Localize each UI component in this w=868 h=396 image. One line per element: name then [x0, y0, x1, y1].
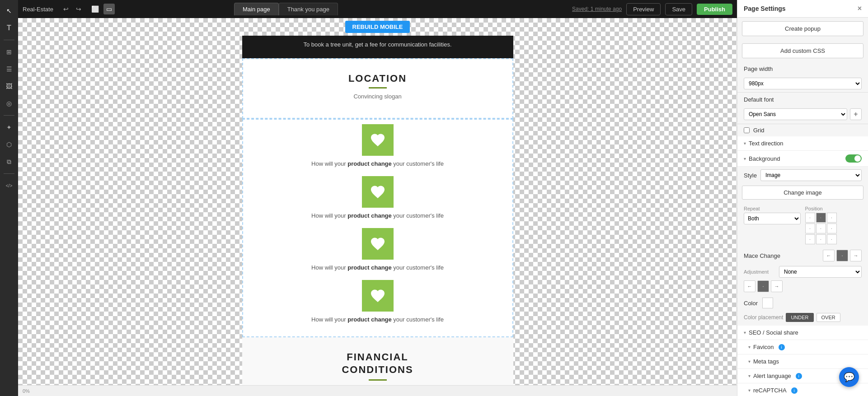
align-right-button[interactable]: → [850, 250, 862, 261]
main-area: Real-Estate ↩ ↪ ⬜ ▭ Main page Thank you … [18, 0, 737, 396]
alert-language-chevron: ▾ [748, 373, 751, 378]
feature-item-1: How will your product change your custom… [248, 124, 508, 167]
page-width-select[interactable]: 980px [744, 78, 862, 89]
sidebar-separator-3 [4, 173, 14, 174]
default-font-select[interactable]: Open Sans [744, 108, 847, 120]
add-font-button[interactable]: + [850, 108, 862, 120]
face-change-icons: ← · → [823, 250, 862, 261]
pos-top-right[interactable]: · [827, 213, 837, 223]
position-group: Position · · · · · · · · · [805, 206, 862, 244]
preview-button[interactable]: Preview [626, 3, 661, 15]
saved-status: Saved: 1 minute ago [572, 6, 622, 12]
pos-top-center[interactable]: · [816, 213, 826, 223]
background-toggle[interactable] [845, 154, 862, 163]
recaptcha-label: reCAPTCHA [753, 387, 787, 394]
feature-items-section[interactable]: How will your product change your custom… [242, 119, 513, 337]
tab-thank-you-page[interactable]: Thank you page [279, 3, 338, 15]
right-panel: Page Settings × Create popup Add custom … [737, 0, 868, 396]
dark-text: To book a tree unit, get a fee for commu… [251, 40, 504, 49]
adj-align-right-button[interactable]: → [771, 280, 783, 292]
page-tabs: Main page Thank you page [234, 3, 338, 15]
rebuild-mobile-button[interactable]: REBUILD MOBILE [345, 21, 410, 33]
chat-bubble-button[interactable]: 💬 [839, 367, 859, 387]
align-left-button[interactable]: ← [823, 250, 835, 261]
feature-item-2: How will your product change your custom… [248, 176, 508, 219]
seo-social-toggle[interactable]: ▾ SEO / Social share [737, 326, 868, 340]
left-sidebar: ↖ T ⊞ ☰ 🖼 ◎ ✦ ⬡ ⧉ </> [0, 0, 18, 396]
repeat-select[interactable]: Both No Repeat Horizontal Vertical [744, 213, 801, 224]
feature-item-4: How will your product change your custom… [248, 280, 508, 323]
heart-icon-2 [370, 184, 386, 200]
adjustment-select[interactable]: None Cover Contain [779, 266, 862, 278]
position-label: Position [805, 206, 862, 211]
pointer-tool[interactable]: ↖ [2, 4, 16, 18]
rebuild-bar: REBUILD MOBILE [341, 18, 415, 36]
pos-bot-right[interactable]: · [827, 234, 837, 244]
color-row: Color [737, 295, 868, 311]
elements-tool[interactable]: ⬡ [2, 137, 16, 152]
panel-title: Page Settings [744, 5, 786, 12]
alert-language-label: Alert language [753, 373, 791, 379]
location-slogan: Convincing slogan [252, 93, 503, 100]
text-direction-toggle[interactable]: ▾ Text direction [737, 136, 868, 151]
animate-tool[interactable]: ✦ [2, 120, 16, 135]
layout-tool[interactable]: ☰ [2, 62, 16, 76]
mobile-view-button[interactable]: ▭ [103, 4, 115, 14]
layers-tool[interactable]: ⧉ [2, 154, 16, 169]
favicon-toggle[interactable]: ▾ Favicon i [737, 340, 868, 354]
add-custom-css-button[interactable]: Add custom CSS [742, 43, 863, 58]
media-tool[interactable]: 🖼 [2, 79, 16, 93]
heart-icon-1 [370, 132, 386, 148]
add-section-tool[interactable]: ⊞ [2, 45, 16, 59]
grid-label: Grid [753, 127, 765, 134]
pos-mid-left[interactable]: · [805, 224, 815, 233]
pos-bot-center[interactable]: · [816, 234, 826, 244]
adj-align-left-button[interactable]: ← [744, 280, 755, 292]
tab-main-page[interactable]: Main page [234, 3, 279, 15]
meta-tags-label: Meta tags [753, 358, 779, 365]
redo-button[interactable]: ↪ [73, 4, 84, 14]
pos-top-left[interactable]: · [805, 213, 815, 223]
background-section-toggle[interactable]: ▾ Background [737, 151, 868, 167]
color-placement-row: Color placement UNDER OVER [737, 311, 868, 326]
code-tool[interactable]: </> [2, 178, 16, 193]
location-section[interactable]: LOCATION Convincing slogan [242, 58, 513, 119]
alert-language-info-icon[interactable]: i [796, 373, 802, 379]
style-select[interactable]: Image [760, 169, 862, 181]
pos-bot-left[interactable]: · [805, 234, 815, 244]
under-button[interactable]: UNDER [786, 313, 813, 322]
heart-icon-4 [370, 288, 386, 304]
change-image-button[interactable]: Change image [742, 186, 863, 200]
page-width-row: Page width [737, 62, 868, 76]
undo-button[interactable]: ↩ [61, 4, 71, 14]
top-bar-right-actions: Saved: 1 minute ago Preview Save Publish [572, 3, 732, 15]
desktop-view-button[interactable]: ⬜ [89, 4, 102, 14]
page-canvas: To book a tree unit, get a fee for commu… [242, 36, 513, 385]
widget-tool[interactable]: ◎ [2, 96, 16, 111]
grid-checkbox[interactable] [744, 127, 750, 133]
financial-underline [369, 379, 387, 381]
pos-mid-center[interactable]: · [816, 224, 826, 233]
favicon-info-icon[interactable]: i [779, 344, 785, 350]
background-chevron: ▾ [744, 156, 746, 161]
style-label: Style [744, 172, 757, 179]
panel-close-button[interactable]: × [858, 5, 862, 13]
align-center-button[interactable]: · [836, 250, 848, 261]
panel-header: Page Settings × [737, 0, 868, 18]
location-title: LOCATION [252, 73, 503, 84]
publish-button[interactable]: Publish [697, 4, 732, 15]
page-width-select-row: 980px [737, 76, 868, 92]
financial-section: FINANCIALCONDITIONS Rhetorical question … [242, 337, 513, 386]
color-swatch[interactable] [762, 298, 773, 308]
save-button[interactable]: Save [665, 3, 692, 15]
text-tool[interactable]: T [2, 21, 16, 35]
recaptcha-info-icon[interactable]: i [791, 387, 798, 394]
sidebar-separator-2 [4, 115, 14, 116]
style-row: Style Image [737, 167, 868, 184]
text-direction-chevron: ▾ [744, 141, 746, 146]
create-popup-button[interactable]: Create popup [742, 21, 863, 36]
default-font-label: Default font [744, 96, 862, 103]
adj-align-center-button[interactable]: · [757, 280, 769, 292]
pos-mid-right[interactable]: · [827, 224, 837, 233]
over-button[interactable]: OVER [816, 313, 840, 322]
